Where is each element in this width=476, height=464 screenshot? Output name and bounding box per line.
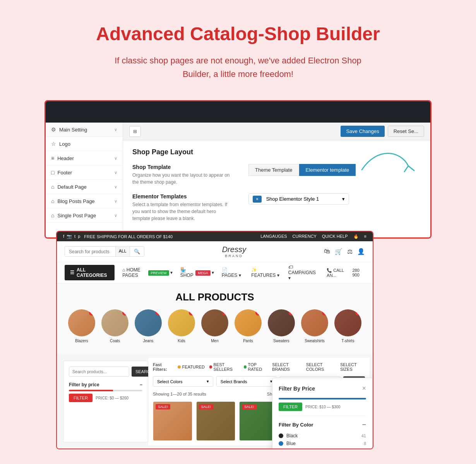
fire-icon: 🔥	[353, 234, 359, 239]
cat-blazers[interactable]: 3 Blazers	[68, 309, 95, 343]
compare-icon[interactable]: ⚖	[347, 248, 353, 255]
languages-link[interactable]: LANGAUGES	[260, 234, 287, 239]
color-section-toggle[interactable]: −	[362, 421, 366, 429]
cat-tshirts[interactable]: 2 T-shirts	[334, 309, 361, 343]
filter-by-price-title: Filter by price −	[69, 382, 142, 387]
brands-dropdown-label: Select Brands	[221, 379, 247, 384]
product-card-2[interactable]: SALE!	[196, 401, 236, 441]
cat-pants[interactable]: 2 Pants	[235, 309, 262, 343]
sidebar-label: Header	[57, 155, 74, 161]
search-input[interactable]	[65, 247, 115, 256]
cat-tshirts-label: T-shirts	[342, 339, 354, 343]
footer-icon: □	[51, 169, 54, 176]
shop-nav: ☰ ALL CATEGORIES ⌂ HOME PAGES PREVIEW ▾ …	[57, 262, 373, 283]
cat-blazers-img: 3	[68, 309, 95, 336]
black-count: 41	[361, 433, 366, 438]
color-green[interactable]: Green 7	[279, 447, 366, 449]
color-section-title: Filter By Color	[279, 422, 313, 428]
cat-men[interactable]: 3 Men	[201, 309, 228, 343]
filter-action-row: FILTER PRICE: $0 — $260	[69, 394, 142, 402]
save-changes-button[interactable]: Save Changes	[341, 126, 384, 137]
filter-select-sizes[interactable]: SELECT SIZES	[340, 362, 365, 372]
cat-sweatshirts-img: 1	[301, 309, 328, 336]
select-tag: ×	[253, 196, 262, 203]
quick-help-link[interactable]: QUICK HELP	[322, 234, 348, 239]
sidebar-item-blog-posts[interactable]: ⌂ Blog Posts Page ∨	[46, 194, 123, 208]
filter-top-rated[interactable]: TOP RATED	[244, 362, 267, 372]
panel-header: Filter By Price ×	[279, 384, 366, 392]
price-range-bar[interactable]	[279, 398, 366, 399]
grid-view-button[interactable]: ⊞	[130, 126, 140, 136]
topbar-right: LANGAUGES CURRENCY QUICK HELP 🔥 ≡	[260, 234, 366, 239]
search-category[interactable]: ALL	[115, 247, 130, 256]
wishlist-icon[interactable]: 🛍	[324, 248, 330, 255]
cat-pants-label: Pants	[243, 339, 253, 343]
filter-best-sellers[interactable]: BEST SELLERS	[209, 362, 239, 372]
nav-item-shop[interactable]: 🏪 SHOP MEGA ▾	[180, 267, 214, 278]
home-icon: ⌂	[51, 184, 54, 190]
sale-badge-2: SALE!	[199, 404, 214, 409]
panel-title: Filter By Price	[279, 386, 315, 392]
screenshots-area: ⚙ Main Setting ∨ ☆ Logo ≡ Header ∨ □	[45, 100, 431, 449]
cat-coats[interactable]: 2 Coats	[101, 309, 128, 343]
filter-sidebar: SEARCH Filter by price − FILTER PRICE: $…	[63, 361, 148, 442]
all-categories-label: ALL CATEGORIES	[77, 267, 109, 278]
nav-item-features[interactable]: ✨ FEATURES ▾	[251, 267, 280, 278]
color-black[interactable]: Black 41	[279, 432, 366, 440]
cat-sweaters[interactable]: 4 Sweaters	[268, 309, 295, 343]
sidebar-label: Blog Posts Page	[57, 198, 94, 204]
filter-featured[interactable]: FEATURED	[178, 365, 205, 369]
nav-item-campaigns[interactable]: 🏷 CAMPAIGNS ▾	[288, 264, 319, 281]
filter-panel-btn[interactable]: FILTER	[279, 403, 302, 411]
cat-kids-img: 1	[168, 309, 195, 336]
brands-dropdown[interactable]: Select Brands ▾	[216, 376, 277, 387]
cat-sweatshirts[interactable]: 1 Sweatshirts	[301, 309, 328, 343]
home-nav-label: ⌂ HOME PAGES	[122, 267, 147, 278]
sidebar-item-main-setting[interactable]: ⚙ Main Setting ∨	[46, 123, 123, 137]
logo-sub: BRAND	[225, 254, 243, 258]
select-field[interactable]: × Shop Elementor Style 1 ▾	[248, 193, 349, 205]
sidebar-item-header[interactable]: ≡ Header ∨	[46, 151, 123, 165]
elementor-template-button[interactable]: Elementor template	[299, 164, 356, 176]
cat-jeans[interactable]: 4 Jeans	[135, 309, 162, 343]
account-icon[interactable]: 👤	[357, 248, 365, 255]
setting-label-col: Shop Template Organize how you want the …	[132, 164, 233, 186]
price-range-slider[interactable]	[69, 390, 142, 391]
featured-icon	[178, 365, 181, 368]
free-shipping-text: FREE SHIPPING FOR ALL ORDERS OF $140	[84, 234, 173, 239]
cat-tshirts-img: 2	[334, 309, 361, 336]
elementor-templates-label: Elementor Templates	[132, 193, 233, 200]
cat-badge: 1	[189, 310, 194, 316]
sidebar-label: Single Post Page	[57, 213, 96, 218]
sidebar-item-single-post[interactable]: ⌂ Single Post Page ∨	[46, 208, 123, 223]
reset-button[interactable]: Reset Se...	[388, 126, 424, 137]
filter-select-brands[interactable]: SELECT BRANDS	[272, 362, 301, 372]
cart-icon[interactable]: 🛒	[335, 248, 342, 255]
nav-item-home[interactable]: ⌂ HOME PAGES PREVIEW ▾	[122, 267, 172, 278]
cat-badge: 2	[122, 310, 128, 316]
select-chevron: ▾	[342, 196, 345, 202]
all-categories-button[interactable]: ☰ ALL CATEGORIES	[65, 265, 115, 280]
nav-item-pages[interactable]: 📄 PAGES ▾	[222, 267, 244, 278]
panel-close-button[interactable]: ×	[362, 384, 366, 392]
filter-search-row: SEARCH	[69, 367, 142, 377]
filter-search-input[interactable]	[69, 367, 129, 377]
hero-title: Advanced Catalog-Shop Builder	[15, 23, 461, 44]
sidebar-item-logo[interactable]: ☆ Logo	[46, 137, 123, 151]
black-dot	[279, 433, 283, 438]
color-green-left: Green	[279, 449, 299, 449]
theme-template-button[interactable]: Theme Template	[248, 164, 299, 176]
colors-dropdown[interactable]: Select Colors ▾	[153, 376, 213, 387]
filter-apply-button[interactable]: FILTER	[69, 394, 92, 402]
color-blue[interactable]: Blue 8	[279, 440, 366, 447]
shop-layer: f 📷 t p FREE SHIPPING FOR ALL ORDERS OF …	[56, 231, 373, 449]
product-card-1[interactable]: SALE!	[153, 401, 192, 441]
toolbar-actions: Save Changes Reset Se...	[341, 126, 424, 137]
search-button[interactable]: 🔍	[130, 247, 144, 256]
cat-kids[interactable]: 1 Kids	[168, 309, 195, 343]
currency-link[interactable]: CURRENCY	[293, 234, 317, 239]
sidebar-item-footer[interactable]: □ Footer ∨	[46, 165, 123, 180]
sidebar-item-default-page[interactable]: ⌂ Default Page ∨	[46, 180, 123, 194]
right-filter-panel: Filter By Price × FILTER PRICE: $10 — $3…	[272, 378, 373, 449]
filter-select-colors[interactable]: SELECT COLORS	[306, 362, 336, 372]
